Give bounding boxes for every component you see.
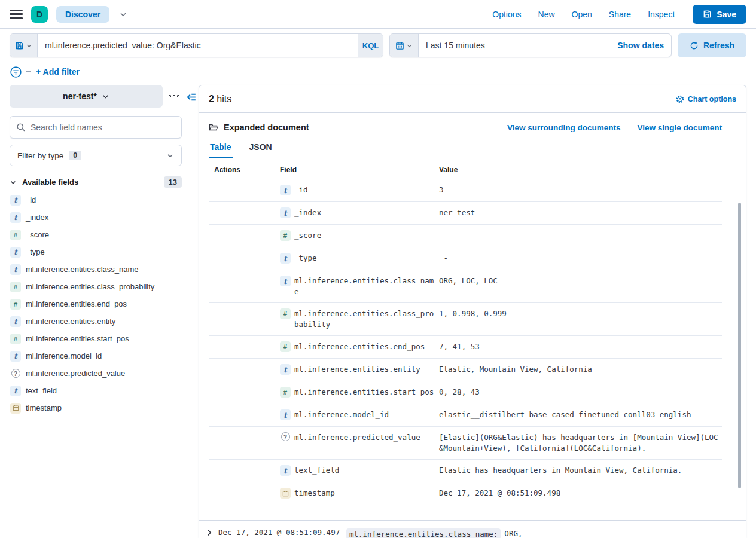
nav-link[interactable]: Inspect [648, 10, 675, 19]
row-field-value: 0, 28, 43 [439, 387, 722, 398]
index-pattern-label: ner-test* [63, 91, 97, 101]
row-actions-cell [209, 465, 280, 476]
field-name: ml.inference.entities.end_pos [26, 299, 127, 308]
source-field-name: ml.inference.entities.class_name: [346, 528, 501, 538]
row-field-cell: t ml.inference.entities.entity [280, 364, 434, 375]
row-field-value: Dec 17, 2021 @ 08:51:09.498 [439, 488, 722, 499]
row-field-cell: t text_field [280, 465, 434, 476]
row-field-cell: # ml.inference.entities.class_probabilit… [280, 308, 434, 329]
field-list-item[interactable]: t ml.inference.entities.class_name [10, 261, 182, 278]
row-field-value: 3 [439, 185, 722, 195]
date-quick-menu-button[interactable] [390, 34, 419, 57]
field-list-item[interactable]: # ml.inference.entities.start_pos [10, 330, 182, 347]
field-list-item[interactable]: t ml.inference.entities.entity [10, 313, 182, 330]
row-field-cell: t _id [280, 185, 434, 195]
filter-by-type-dropdown[interactable]: Filter by type 0 [10, 145, 182, 166]
doc-viewer-tab[interactable]: JSON [248, 140, 273, 158]
save-icon [703, 10, 712, 19]
query-language-button[interactable]: KQL [358, 34, 383, 57]
nav-link[interactable]: Share [609, 10, 631, 19]
main-panel: 2 hits Chart options Expanded document [199, 85, 746, 538]
doc-table-row[interactable]: # ml.inference.entities.end_pos 7, 41, 5… [209, 335, 722, 358]
field-list-item[interactable]: # ml.inference.entities.end_pos [10, 295, 182, 313]
nav-link[interactable]: New [538, 10, 555, 19]
save-button[interactable]: Save [693, 5, 746, 24]
field-list-item[interactable]: t _type [10, 243, 182, 261]
field-type-icon: # [280, 308, 291, 319]
filter-menu-icon[interactable] [10, 66, 22, 78]
doc-table-row[interactable]: t _type - [209, 247, 722, 270]
doc-table-row[interactable]: timestamp Dec 17, 2021 @ 08:51:09.498 [209, 482, 722, 505]
doc-table-row[interactable]: t ml.inference.model_id elastic__distilb… [209, 404, 722, 426]
collapse-sidebar-icon[interactable] [185, 91, 196, 103]
doc-table-row[interactable]: # ml.inference.entities.start_pos 0, 28,… [209, 381, 722, 404]
time-range-value[interactable]: Last 15 minutes [419, 34, 610, 57]
nav-link[interactable]: Open [572, 10, 592, 19]
date-picker: Last 15 minutes Show dates [389, 33, 672, 57]
doc-table-row[interactable]: t _id 3 [209, 179, 722, 201]
row-actions-cell [209, 308, 280, 329]
field-list-item[interactable]: t _id [10, 191, 182, 209]
doc-table-row[interactable]: t _index ner-test [209, 201, 722, 224]
view-document-link[interactable]: View surrounding documents [507, 123, 621, 132]
doc-table-row[interactable]: t ml.inference.entities.entity Elastic, … [209, 358, 722, 381]
search-icon [16, 123, 26, 132]
top-header: D Discover OptionsNewOpenShareInspect Sa… [0, 0, 756, 29]
field-type-icon: t [10, 351, 21, 362]
field-list-item[interactable]: # ml.inference.entities.class_probabilit… [10, 278, 182, 295]
document-timestamp[interactable]: Dec 17, 2021 @ 08:51:09.497 [218, 527, 346, 538]
search-field-names-input[interactable] [31, 123, 175, 132]
show-dates-button[interactable]: Show dates [610, 34, 671, 57]
filter-by-type-count-badge: 0 [69, 151, 81, 160]
available-fields-header[interactable]: Available fields 13 [10, 176, 182, 188]
doc-table-row[interactable]: ? ml.inference.predicted_value [Elastic]… [209, 426, 722, 459]
saved-query-menu-button[interactable] [10, 34, 38, 57]
field-type-icon: # [280, 387, 291, 398]
field-name: _type [26, 247, 45, 256]
row-field-name: ml.inference.entities.class_probability [294, 308, 434, 329]
field-list-item[interactable]: # _score [10, 226, 182, 243]
doc-viewer-tabs: TableJSON [209, 140, 722, 158]
breadcrumb[interactable]: Discover [56, 6, 109, 23]
index-pattern-switcher[interactable]: ner-test* [10, 85, 163, 108]
field-list-item[interactable]: t _index [10, 209, 182, 226]
chevron-down-icon[interactable] [119, 10, 127, 19]
field-list-item[interactable]: ? ml.inference.predicted_value [10, 365, 182, 382]
doc-viewer-tab[interactable]: Table [209, 140, 233, 158]
field-list-item[interactable]: t ml.inference.model_id [10, 347, 182, 365]
row-field-value: - [439, 230, 722, 241]
source-field-pair: ml.inference.entities.class_name:ORG, LO… [346, 529, 522, 538]
field-type-icon: ? [11, 369, 20, 378]
refresh-button[interactable]: Refresh [678, 33, 746, 57]
field-name: ml.inference.entities.class_probability [26, 282, 154, 291]
document-source[interactable]: ml.inference.entities.class_name:ORG, LO… [346, 527, 737, 538]
row-field-value: Elastic, Mountain View, California [439, 364, 722, 375]
sidebar: ner-test* Filter by type 0 Available fie… [10, 85, 182, 417]
field-type-icon: t [280, 207, 291, 218]
field-groups-icon[interactable] [166, 85, 182, 108]
nav-link[interactable]: Options [492, 10, 521, 19]
expand-document-chevron-icon[interactable] [205, 527, 218, 538]
field-name: text_field [26, 386, 57, 395]
vertical-scrollbar[interactable] [738, 203, 741, 488]
row-field-name: ml.inference.predicted_value [294, 432, 434, 443]
field-list-item[interactable]: timestamp [10, 399, 182, 417]
add-filter-button[interactable]: + Add filter [36, 67, 80, 77]
doc-table-row[interactable]: t text_field Elastic has headquarters in… [209, 459, 722, 482]
row-field-value: - [439, 253, 722, 264]
query-input[interactable]: ml.inference.predicted_value: Org&Elasti… [38, 34, 358, 57]
field-list-item[interactable]: t text_field [10, 382, 182, 399]
chart-options-button[interactable]: Chart options [676, 95, 736, 103]
doc-table-row[interactable]: # ml.inference.entities.class_probabilit… [209, 302, 722, 335]
doc-table-rows: t _id 3 t _index ner-test [209, 179, 722, 505]
field-type-icon [280, 488, 291, 499]
row-actions-cell [209, 409, 280, 420]
row-actions-cell [209, 185, 280, 195]
view-document-link[interactable]: View single document [637, 123, 722, 132]
field-name: ml.inference.entities.entity [26, 317, 115, 326]
menu-icon[interactable] [10, 10, 23, 19]
available-fields-count-badge: 13 [164, 176, 182, 188]
doc-table-row[interactable]: # _score - [209, 224, 722, 247]
doc-table-row[interactable]: t ml.inference.entities.class_name ORG, … [209, 270, 722, 302]
field-list: t _id t _index # _score t _type t ml.inf… [10, 191, 182, 417]
